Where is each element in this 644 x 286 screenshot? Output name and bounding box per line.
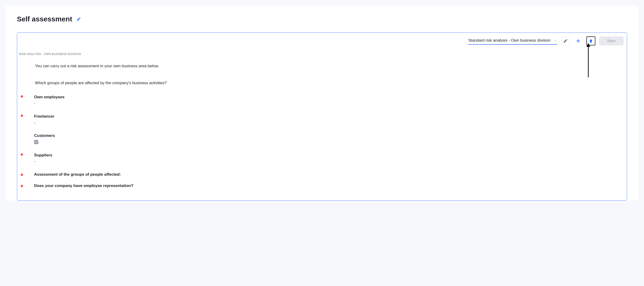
- plus-icon: [576, 38, 581, 44]
- group-suppliers: Suppliers -: [19, 153, 625, 164]
- panel-content: You can carry out a risk assessment in y…: [17, 64, 627, 200]
- panel-toolbar: Standard risk analysis - Own business di…: [17, 37, 627, 47]
- assessment-label-row: Assessment of the groups of people affec…: [19, 172, 625, 177]
- status-dot: [21, 174, 23, 176]
- checkbox-checked-icon[interactable]: [34, 140, 38, 144]
- status-dot: [21, 185, 23, 187]
- group-title: Freelancer: [34, 114, 625, 119]
- caret-down-icon: [554, 39, 557, 42]
- group-customers: Customers: [19, 133, 625, 144]
- delete-button[interactable]: [586, 37, 595, 45]
- edit-title-icon[interactable]: [76, 17, 81, 22]
- group-own-employees: Own employees -: [19, 95, 625, 106]
- section-label: RISK ANALYSIS - OWN BUSINESS DIVISION: [17, 53, 627, 56]
- representation-question: Does your company have employee represen…: [34, 183, 625, 188]
- group-freelancer: Freelancer -: [19, 114, 625, 125]
- status-dot: [21, 95, 23, 98]
- group-title: Suppliers: [34, 153, 625, 158]
- save-button[interactable]: Save: [599, 37, 624, 45]
- group-value: -: [34, 101, 625, 106]
- risk-panel: Standard risk analysis - Own business di…: [17, 33, 627, 201]
- group-title: Own employees: [34, 95, 625, 100]
- analysis-type-value: Standard risk analysis - Own business di…: [468, 38, 551, 43]
- group-title: Customers: [34, 133, 625, 138]
- analysis-type-select[interactable]: Standard risk analysis - Own business di…: [468, 37, 557, 45]
- representation-question-row: Does your company have employee represen…: [19, 183, 625, 188]
- status-dot: [21, 115, 23, 117]
- page-title: Self assessment: [17, 15, 72, 23]
- trash-icon: [589, 39, 593, 43]
- question-text: Which groups of people are affected by t…: [19, 81, 625, 85]
- pencil-icon: [563, 39, 568, 43]
- status-dot: [21, 153, 23, 156]
- add-button[interactable]: [574, 37, 583, 45]
- edit-button[interactable]: [561, 37, 570, 45]
- assessment-label: Assessment of the groups of people affec…: [34, 172, 625, 177]
- group-value: -: [34, 159, 625, 164]
- group-value: -: [34, 121, 625, 125]
- group-value: [34, 140, 625, 144]
- page-title-row: Self assessment: [17, 15, 627, 23]
- intro-text: You can carry out a risk assessment in y…: [19, 64, 625, 69]
- page-card: Self assessment Standard risk analysis -…: [6, 6, 638, 201]
